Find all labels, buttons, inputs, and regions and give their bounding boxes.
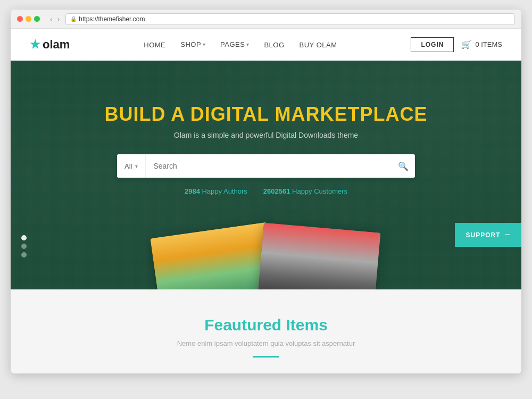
- slider-dot-2[interactable]: [21, 244, 27, 249]
- chevron-down-icon: ▾: [246, 41, 249, 47]
- stat-authors-number: 2984: [185, 187, 200, 195]
- search-category-label: All: [124, 162, 132, 170]
- nav-link-shop[interactable]: SHOP: [180, 40, 201, 48]
- url-domain: themefisher.com: [98, 15, 145, 23]
- stat-customers-number: 2602561: [263, 187, 290, 195]
- nav-link-home[interactable]: HOME: [144, 41, 165, 49]
- screen-preview-right: [257, 223, 380, 289]
- cart-item-count: 0 ITEMS: [475, 40, 502, 48]
- featured-subtitle: Nemo enim ipsam voluptatem quia voluptas…: [30, 339, 502, 347]
- hero-stats: 2984 Happy Authors 2602561 Happy Custome…: [185, 187, 347, 195]
- nav-links: HOME SHOP ▾ PAGES ▾ BLOG: [144, 40, 337, 49]
- browser-window-controls: [17, 16, 40, 22]
- search-icon: 🔍: [398, 161, 409, 171]
- forward-button[interactable]: ›: [56, 15, 62, 23]
- support-label: SUPPORT: [466, 231, 500, 239]
- nav-item-buy-olam[interactable]: BUY OLAM: [300, 40, 337, 49]
- navbar: ★ olam HOME SHOP ▾ PAGES ▾: [11, 29, 521, 61]
- slider-dot-3[interactable]: [21, 252, 27, 257]
- nav-item-home[interactable]: HOME: [144, 40, 165, 49]
- logo[interactable]: ★ olam: [30, 38, 70, 52]
- hero-title: BUILD A DIGITAL MARKETPLACE: [105, 103, 428, 126]
- browser-window: ‹ › 🔒 https://themefisher.com ★ olam HOM…: [11, 10, 521, 373]
- stat-customers: 2602561 Happy Customers: [263, 187, 347, 195]
- featured-title-accent: Items: [286, 316, 327, 334]
- search-bar: All ▾ 🔍: [117, 154, 415, 178]
- logo-text: olam: [43, 38, 70, 52]
- back-button[interactable]: ‹: [48, 15, 54, 23]
- cart-icon: 🛒: [461, 39, 472, 49]
- search-submit-button[interactable]: 🔍: [392, 154, 415, 178]
- stat-customers-label: Happy Customers: [292, 187, 347, 195]
- url-text: https://themefisher.com: [79, 15, 145, 23]
- browser-toolbar: ‹ › 🔒 https://themefisher.com: [11, 10, 521, 29]
- minimize-dot[interactable]: [26, 16, 31, 22]
- support-button[interactable]: SUPPORT −: [455, 223, 521, 247]
- featured-divider: [253, 356, 279, 358]
- stat-authors: 2984 Happy Authors: [185, 187, 247, 195]
- hero-headline: BUILD A DIGITAL MARKETPLACE: [105, 103, 428, 126]
- cart-button[interactable]: 🛒 0 ITEMS: [461, 39, 502, 49]
- search-input[interactable]: [146, 154, 392, 178]
- screen-preview-left: [151, 222, 277, 289]
- featured-title: Feautured Items: [30, 316, 502, 334]
- chevron-down-icon: ▾: [203, 41, 205, 47]
- nav-link-buy-olam[interactable]: BUY OLAM: [300, 41, 337, 49]
- nav-link-blog[interactable]: BLOG: [264, 41, 284, 49]
- nav-link-pages[interactable]: PAGES: [220, 40, 245, 48]
- slider-dots: [21, 235, 27, 257]
- browser-nav-arrows: ‹ ›: [48, 15, 61, 23]
- hero-title-white: BUILD A: [105, 103, 190, 125]
- nav-item-pages[interactable]: PAGES ▾: [220, 40, 249, 48]
- stat-authors-label: Happy Authors: [202, 187, 247, 195]
- site-content: ★ olam HOME SHOP ▾ PAGES ▾: [11, 29, 521, 373]
- hero-title-yellow: DIGITAL MARKETPLACE: [190, 103, 428, 125]
- maximize-dot[interactable]: [34, 16, 40, 22]
- featured-section: Feautured Items Nemo enim ipsam voluptat…: [11, 289, 521, 373]
- featured-title-regular: Feautured: [204, 316, 286, 334]
- nav-item-shop[interactable]: SHOP ▾: [180, 40, 205, 48]
- login-button[interactable]: LOGIN: [411, 37, 454, 52]
- hero-subtitle: Olam is a simple and powerful Digital Do…: [174, 131, 358, 139]
- search-category-dropdown[interactable]: All ▾: [117, 154, 146, 178]
- chevron-down-icon: ▾: [135, 163, 138, 169]
- logo-star-icon: ★: [30, 38, 40, 52]
- slider-dot-1[interactable]: [21, 235, 27, 240]
- nav-actions: LOGIN 🛒 0 ITEMS: [411, 37, 502, 52]
- support-minus-icon: −: [504, 229, 511, 240]
- url-protocol: https://: [79, 15, 98, 23]
- hero-section: BUILD A DIGITAL MARKETPLACE Olam is a si…: [11, 61, 521, 289]
- preview-screens: [149, 226, 383, 289]
- lock-icon: 🔒: [70, 16, 77, 22]
- nav-item-blog[interactable]: BLOG: [264, 40, 284, 49]
- close-dot[interactable]: [17, 16, 23, 22]
- address-bar[interactable]: 🔒 https://themefisher.com: [65, 13, 515, 25]
